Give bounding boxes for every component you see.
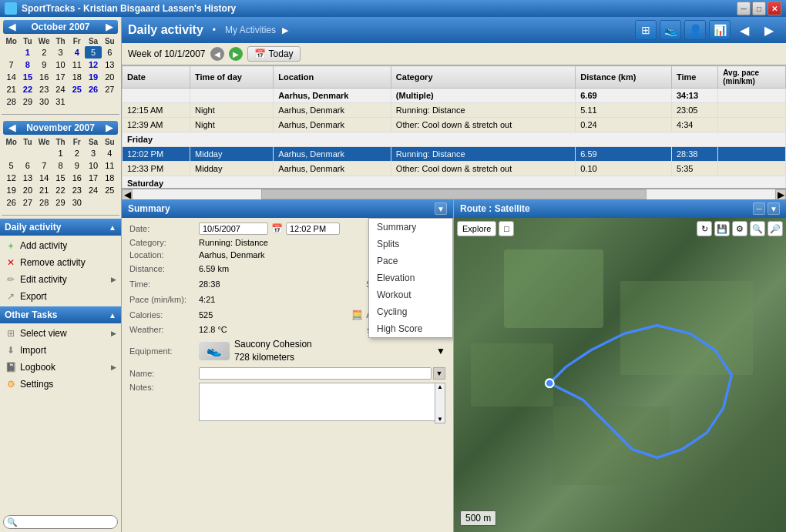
table-row[interactable]: Saturday — [123, 176, 786, 189]
cal-day[interactable] — [69, 95, 85, 108]
cal-day[interactable]: 20 — [102, 71, 118, 83]
settings-item[interactable]: ⚙ Settings — [0, 376, 121, 393]
cal-day[interactable]: 18 — [69, 71, 85, 83]
equipment-dropdown-btn[interactable]: ▼ — [436, 346, 445, 356]
settings-map-btn[interactable]: ⚙ — [732, 221, 747, 236]
cal-day[interactable]: 14 — [36, 172, 52, 184]
cal-day[interactable]: 22 — [19, 83, 35, 95]
week-prev-btn[interactable]: ◀ — [210, 47, 224, 61]
cal-day[interactable]: 18 — [102, 172, 118, 184]
notes-scroll-up[interactable]: ▲ — [435, 383, 445, 390]
cal-day[interactable]: 12 — [85, 59, 101, 71]
cal-day[interactable]: 7 — [3, 59, 19, 71]
cal-day[interactable]: 22 — [52, 184, 69, 196]
cal-day[interactable]: 25 — [69, 83, 85, 95]
edit-activity-item[interactable]: ✏ Edit activity ▶ — [0, 271, 121, 288]
dropdown-elevation[interactable]: Elevation — [369, 269, 452, 286]
week-next-btn[interactable]: ▶ — [229, 47, 243, 61]
person-btn[interactable]: 👤 — [684, 20, 706, 40]
cal-day[interactable] — [36, 147, 52, 159]
cal-day[interactable]: 30 — [36, 95, 52, 108]
route-dropdown-btn[interactable]: ▼ — [768, 202, 780, 215]
cal-day[interactable]: 9 — [36, 59, 52, 71]
cal-day[interactable]: 4 — [102, 147, 118, 159]
chart-btn[interactable]: 📊 — [709, 20, 731, 40]
cal-day[interactable]: 13 — [19, 172, 35, 184]
cal-day[interactable]: 4 — [69, 46, 85, 59]
table-row[interactable]: Aarhus, Denmark (Multiple) 6.69 34:13 — [123, 89, 786, 103]
name-input[interactable] — [199, 367, 432, 380]
import-item[interactable]: ⬇ Import — [0, 342, 121, 359]
cal-day[interactable] — [19, 147, 35, 159]
cal-day[interactable] — [102, 196, 118, 209]
cal-day[interactable]: 17 — [52, 71, 69, 83]
cal-day[interactable] — [85, 95, 101, 108]
cal-day[interactable]: 12 — [3, 172, 19, 184]
nov-prev-button[interactable]: ◀ — [6, 122, 18, 133]
close-button[interactable]: ✕ — [768, 2, 781, 15]
cal-day[interactable]: 16 — [69, 172, 85, 184]
back-btn[interactable]: ◀ — [734, 20, 755, 40]
route-minimize-btn[interactable]: ─ — [753, 202, 765, 215]
nov-next-button[interactable]: ▶ — [103, 122, 115, 133]
dropdown-summary[interactable]: Summary — [369, 219, 452, 236]
cal-day[interactable]: 24 — [85, 184, 101, 196]
dropdown-workout[interactable]: Workout — [369, 286, 452, 303]
cal-day[interactable]: 29 — [52, 196, 69, 209]
notes-textarea[interactable] — [199, 383, 445, 421]
table-row[interactable]: 12:33 PM Midday Aarhus, Denmark Other: C… — [123, 162, 786, 176]
dropdown-splits[interactable]: Splits — [369, 236, 452, 253]
cal-day[interactable]: 3 — [85, 147, 101, 159]
export-item[interactable]: ↗ Export — [0, 288, 121, 305]
cal-day[interactable]: 13 — [102, 59, 118, 71]
cal-day[interactable]: 25 — [102, 184, 118, 196]
today-button[interactable]: 📅 Today — [247, 46, 301, 62]
cal-day[interactable] — [3, 147, 19, 159]
maximize-button[interactable]: □ — [752, 2, 766, 15]
cal-day[interactable]: 21 — [3, 83, 19, 95]
dropdown-pace[interactable]: Pace — [369, 253, 452, 269]
notes-scrollbar[interactable]: ▲ ▼ — [435, 383, 445, 423]
table-row[interactable]: 12:39 AM Night Aarhus, Denmark Other: Co… — [123, 118, 786, 132]
table-row[interactable]: Friday — [123, 132, 786, 147]
my-activities-link[interactable]: My Activities — [225, 25, 276, 35]
cal-day[interactable]: 17 — [85, 172, 101, 184]
cal-day[interactable]: 3 — [52, 46, 69, 59]
dropdown-cycling[interactable]: Cycling — [369, 303, 452, 320]
cal-day[interactable]: 5 — [85, 46, 101, 59]
cal-day[interactable]: 6 — [19, 159, 35, 172]
forward-btn[interactable]: ▶ — [758, 20, 780, 40]
cal-day[interactable]: 14 — [3, 71, 19, 83]
activity-table-wrapper[interactable]: Date Time of day Location Category Dista… — [122, 65, 786, 189]
cal-day[interactable]: 28 — [36, 196, 52, 209]
scroll-left-btn[interactable]: ◀ — [122, 189, 133, 200]
cal-day[interactable] — [102, 95, 118, 108]
cal-day[interactable]: 10 — [85, 159, 101, 172]
cal-day[interactable]: 30 — [69, 196, 85, 209]
cal-day[interactable]: 5 — [3, 159, 19, 172]
cal-day[interactable]: 26 — [85, 83, 101, 95]
cal-day[interactable]: 31 — [52, 95, 69, 108]
cal-day[interactable]: 15 — [19, 71, 35, 83]
cal-day[interactable]: 24 — [52, 83, 69, 95]
cal-day[interactable]: 20 — [19, 184, 35, 196]
cal-day[interactable]: 19 — [3, 184, 19, 196]
cal-day[interactable] — [3, 46, 19, 59]
search-input[interactable] — [3, 515, 118, 529]
explore-btn[interactable]: Explore — [457, 221, 496, 236]
remove-activity-item[interactable]: ✕ Remove activity — [0, 254, 121, 271]
logbook-item[interactable]: 📓 Logbook ▶ — [0, 359, 121, 376]
route-map[interactable]: Explore □ ↻ 💾 ⚙ 🔍 🔎 500 m — [454, 218, 786, 532]
cal-day[interactable]: 23 — [69, 184, 85, 196]
dropdown-high-score[interactable]: High Score — [369, 320, 452, 337]
add-activity-item[interactable]: ＋ Add activity — [0, 237, 121, 254]
cal-day[interactable] — [85, 196, 101, 209]
refresh-btn[interactable]: ↻ — [697, 221, 712, 236]
cal-day[interactable]: 8 — [19, 59, 35, 71]
cal-day[interactable]: 9 — [69, 159, 85, 172]
cal-day[interactable]: 1 — [19, 46, 35, 59]
cal-day[interactable]: 26 — [3, 196, 19, 209]
cal-day[interactable]: 2 — [69, 147, 85, 159]
cal-day[interactable]: 11 — [102, 159, 118, 172]
cal-day[interactable]: 7 — [36, 159, 52, 172]
